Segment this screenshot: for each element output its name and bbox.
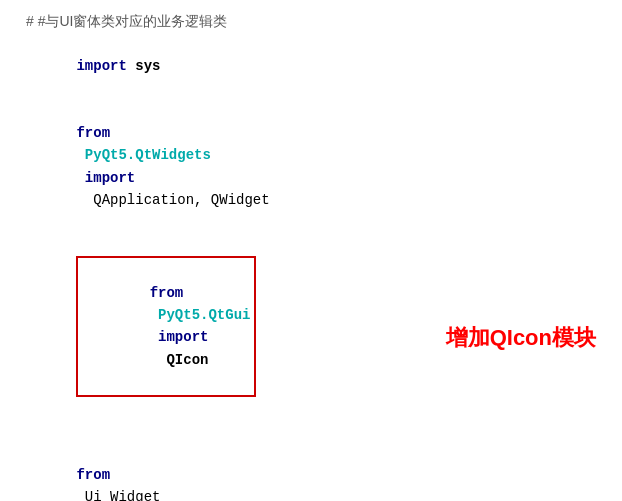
- from-qtwidgets-text: from PyQt5.QtWidgets import QApplication…: [16, 100, 606, 234]
- from-ui-text: from Ui_Widget import Ui_Widget: [16, 441, 606, 501]
- line-from-qtwidgets: from PyQt5.QtWidgets import QApplication…: [16, 100, 606, 234]
- import-sys-text: import sys: [16, 32, 606, 99]
- sys-name: sys: [127, 58, 161, 74]
- qtgui-name: PyQt5.QtGui: [150, 307, 251, 323]
- line-from-ui: from Ui_Widget import Ui_Widget: [16, 441, 606, 501]
- kw-from2: from: [150, 285, 184, 301]
- kw-import2: import: [150, 329, 209, 345]
- comment-text: # #与UI窗体类对应的业务逻辑类: [16, 10, 606, 32]
- kw-import: import: [76, 58, 126, 74]
- ui-widget-name: Ui_Widget: [76, 489, 160, 501]
- line-comment-zh: # #与UI窗体类对应的业务逻辑类: [16, 10, 606, 32]
- qtgui-highlight-box: from PyQt5.QtGui import QIcon: [76, 256, 256, 396]
- kw-from3: from: [76, 467, 110, 483]
- qicon-name: QIcon: [150, 352, 209, 368]
- qtwidgets-classes: QApplication, QWidget: [76, 192, 269, 208]
- from-qtgui-text: from PyQt5.QtGui import QIcon 增加QIcon模块: [16, 234, 606, 442]
- code-container: # #与UI窗体类对应的业务逻辑类 import sys from PyQt5.…: [0, 0, 622, 501]
- line-from-qtgui: from PyQt5.QtGui import QIcon 增加QIcon模块: [16, 234, 606, 442]
- line-import-sys: import sys: [16, 32, 606, 99]
- qtwidgets-name: PyQt5.QtWidgets: [76, 147, 210, 163]
- kw-from1: from: [76, 125, 110, 141]
- qicon-label: 增加QIcon模块: [446, 320, 596, 355]
- kw-import1: import: [76, 170, 135, 186]
